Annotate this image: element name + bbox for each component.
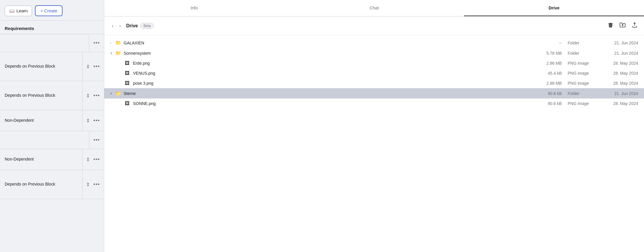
sidebar-row-actions: ⇕ ••• <box>82 52 104 81</box>
file-row-galaxien[interactable]: › 📁 GALAXIEN -- Folder 21. Jun 2024 <box>104 38 644 48</box>
row-dots-button[interactable]: ••• <box>92 136 102 144</box>
delete-button[interactable] <box>607 21 614 30</box>
sidebar-section-title: Requirements <box>0 21 104 34</box>
chevron-down-icon: ∨ <box>110 91 115 95</box>
file-type: PNG image <box>568 81 603 86</box>
file-table: › 📁 GALAXIEN -- Folder 21. Jun 2024 ∨ 📁 … <box>104 35 644 111</box>
file-size: 5.78 MB <box>538 51 568 56</box>
main-area: Info Chat Drive ‹ › Drive Beta <box>104 0 644 252</box>
file-size: 2.88 MB <box>538 81 568 86</box>
file-size: 90.6 kB <box>538 91 568 96</box>
image-icon: 🖼 <box>125 101 131 106</box>
sidebar-row-actions: ⇕ ••• <box>82 110 104 131</box>
sidebar: 📖 Learn + Create Requirements ••• Depend… <box>0 0 104 252</box>
file-date: 28. May 2024 <box>603 61 638 66</box>
sidebar-row-actions: ••• <box>89 131 104 149</box>
tab-chat[interactable]: Chat <box>284 0 464 16</box>
sidebar-row-non-dep-2: Non-Dependent ⇕ ••• <box>0 149 104 170</box>
book-icon: 📖 <box>9 8 15 14</box>
sidebar-row-depends-2: Depends on Previous Block ⇕ ••• <box>0 81 104 110</box>
drive-toolbar: ‹ › Drive Beta <box>104 16 644 35</box>
sidebar-row-label: Depends on Previous Block <box>0 89 82 102</box>
sidebar-row-content <box>0 136 89 143</box>
file-size: 90.6 kB <box>538 101 568 106</box>
folder-icon: 📁 <box>115 91 122 96</box>
sidebar-row-actions: ⇕ ••• <box>82 149 104 170</box>
row-dots-button[interactable]: ••• <box>92 62 102 71</box>
file-type: Folder <box>568 41 603 45</box>
sidebar-row-depends-3: Depends on Previous Block ⇕ ••• <box>0 170 104 199</box>
sidebar-row-label: Depends on Previous Block <box>0 60 82 73</box>
file-type: PNG image <box>568 61 603 66</box>
create-button[interactable]: + Create <box>35 5 63 16</box>
sidebar-row-label: Non-Dependent <box>0 153 82 166</box>
file-type: PNG image <box>568 101 603 106</box>
file-name: Sterne <box>124 91 538 96</box>
file-row-sonne[interactable]: 🖼 SONNE.png 90.6 kB PNG image 28. May 20… <box>104 99 644 109</box>
file-type: Folder <box>568 91 603 96</box>
file-row-sterne[interactable]: ∨ 📁 Sterne 90.6 kB Folder 21. Jun 2024 <box>104 88 644 99</box>
image-icon: 🖼 <box>125 81 131 86</box>
sort-icon[interactable]: ⇕ <box>85 63 91 71</box>
file-size: 2.86 MB <box>538 61 568 66</box>
learn-label: Learn <box>16 8 28 13</box>
sidebar-row-actions: ⇕ ••• <box>82 170 104 199</box>
file-type: Folder <box>568 51 603 56</box>
folder-icon: 📁 <box>115 50 122 56</box>
sidebar-row-empty-1: ••• <box>0 34 104 52</box>
nav-back-button[interactable]: ‹ <box>110 23 115 29</box>
tab-bar: Info Chat Drive <box>104 0 644 16</box>
image-icon: 🖼 <box>125 61 131 66</box>
file-row-venus[interactable]: 🖼 VENUS.png 45.4 kB PNG image 28. May 20… <box>104 68 644 78</box>
tab-drive[interactable]: Drive <box>464 0 644 16</box>
sidebar-row-empty-2: ••• <box>0 131 104 149</box>
file-row-sonnensystem[interactable]: ∨ 📁 Sonnensystem 5.78 MB Folder 21. Jun … <box>104 48 644 58</box>
row-dots-button[interactable]: ••• <box>92 116 102 125</box>
chevron-down-icon: ∨ <box>110 51 115 55</box>
tab-info[interactable]: Info <box>104 0 284 16</box>
sidebar-row-label: Non-Dependent <box>0 114 82 127</box>
sort-icon[interactable]: ⇕ <box>85 117 91 125</box>
file-date: 28. May 2024 <box>603 71 638 76</box>
sort-icon[interactable]: ⇕ <box>85 92 91 100</box>
file-row-pose3[interactable]: 🖼 pose 3.png 2.88 MB PNG image 28. May 2… <box>104 78 644 88</box>
file-size: 45.4 kB <box>538 71 568 76</box>
upload-folder-button[interactable] <box>619 21 626 30</box>
file-name: Erde.png <box>133 61 538 66</box>
create-label: + Create <box>40 8 57 13</box>
file-type: PNG image <box>568 71 603 76</box>
drive-title: Drive <box>126 23 138 29</box>
sidebar-row-non-dep-1: Non-Dependent ⇕ ••• <box>0 110 104 131</box>
file-date: 21. Jun 2024 <box>603 91 638 96</box>
sort-icon[interactable]: ⇕ <box>85 156 91 163</box>
sidebar-header: 📖 Learn + Create <box>0 0 104 21</box>
drive-toolbar-right <box>607 21 638 30</box>
sidebar-row-label: Depends on Previous Block <box>0 178 82 191</box>
file-date: 28. May 2024 <box>603 101 638 106</box>
file-row-erde[interactable]: 🖼 Erde.png 2.86 MB PNG image 28. May 202… <box>104 58 644 68</box>
chevron-right-icon: › <box>110 41 115 45</box>
drive-area: ‹ › Drive Beta <box>104 16 644 252</box>
file-name: Sonnensystem <box>124 51 538 56</box>
file-date: 21. Jun 2024 <box>603 41 638 45</box>
beta-badge: Beta <box>140 23 154 29</box>
sidebar-row-content <box>0 39 89 46</box>
learn-button[interactable]: 📖 Learn <box>5 6 32 16</box>
file-size: -- <box>538 41 568 45</box>
file-name: VENUS.png <box>133 71 538 76</box>
export-button[interactable] <box>631 21 638 30</box>
row-dots-button[interactable]: ••• <box>92 39 102 47</box>
sort-icon[interactable]: ⇕ <box>85 181 91 188</box>
row-dots-button[interactable]: ••• <box>92 180 102 189</box>
file-date: 28. May 2024 <box>603 81 638 86</box>
image-icon: 🖼 <box>125 71 131 76</box>
file-name: pose 3.png <box>133 81 538 86</box>
folder-icon: 📁 <box>115 40 122 46</box>
file-date: 21. Jun 2024 <box>603 51 638 56</box>
row-dots-button[interactable]: ••• <box>92 91 102 100</box>
sidebar-row-actions: ••• <box>89 34 104 52</box>
file-name: SONNE.png <box>133 101 538 106</box>
sidebar-content: Requirements ••• Depends on Previous Blo… <box>0 21 104 252</box>
row-dots-button[interactable]: ••• <box>92 155 102 164</box>
nav-forward-button[interactable]: › <box>117 23 122 29</box>
